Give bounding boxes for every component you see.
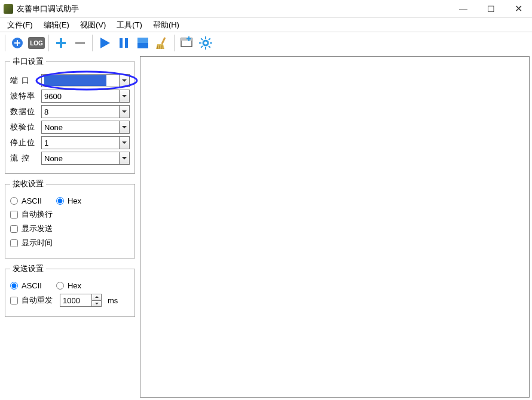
toolbar: LOG — [0, 32, 532, 54]
serial-settings-group: 串口设置 端 口 波特率 9600 数 — [5, 56, 135, 174]
svg-rect-27 — [210, 42, 212, 44]
svg-rect-6 — [56, 42, 66, 44]
showsend-checkbox[interactable] — [10, 225, 18, 233]
send-encoding-row: ASCII Hex — [10, 281, 130, 290]
showsend-row[interactable]: 显示发送 — [10, 223, 130, 234]
toolbar-separator — [174, 35, 175, 51]
flow-combo[interactable]: None — [41, 152, 130, 165]
send-ascii-radio[interactable]: ASCII — [10, 281, 42, 290]
minimize-button[interactable]: — — [450, 0, 477, 18]
spin-down-icon[interactable] — [92, 301, 101, 307]
port-value — [44, 75, 106, 86]
content: 串口设置 端 口 波特率 9600 数 — [0, 54, 532, 400]
log-button[interactable]: LOG — [27, 33, 46, 53]
recv-encoding-row: ASCII Hex — [10, 196, 130, 205]
stopbits-combo[interactable]: 1 — [41, 136, 130, 149]
recv-ascii-radio[interactable]: ASCII — [10, 196, 42, 205]
parity-row: 校验位 None — [10, 121, 130, 134]
autowrap-row[interactable]: 自动换行 — [10, 209, 130, 220]
maximize-button[interactable]: ☐ — [477, 0, 505, 18]
serial-settings-legend: 串口设置 — [10, 56, 46, 67]
menu-file[interactable]: 文件(F) — [2, 19, 38, 32]
menu-tools[interactable]: 工具(T) — [112, 19, 147, 32]
recv-ascii-input[interactable] — [10, 197, 18, 205]
send-settings-group: 发送设置 ASCII Hex 自动重发 1000 — [5, 263, 135, 317]
send-ascii-input[interactable] — [10, 282, 18, 290]
parity-label: 校验位 — [10, 122, 41, 133]
menu-view[interactable]: 视图(V) — [75, 19, 111, 32]
send-hex-input[interactable] — [56, 282, 64, 290]
port-label: 端 口 — [10, 75, 41, 86]
svg-rect-12 — [137, 38, 148, 43]
receive-settings-group: 接收设置 ASCII Hex 自动换行 显示发送 — [5, 179, 135, 259]
showtime-label: 显示时间 — [22, 238, 53, 248]
send-ascii-label: ASCII — [22, 281, 42, 290]
stop-button[interactable] — [133, 33, 152, 53]
svg-rect-2 — [14, 42, 20, 44]
menu-help[interactable]: 帮助(H) — [148, 19, 184, 32]
autowrap-label: 自动换行 — [22, 209, 53, 220]
svg-rect-10 — [125, 38, 128, 48]
svg-rect-31 — [208, 45, 210, 48]
svg-point-23 — [203, 41, 208, 45]
recv-hex-input[interactable] — [56, 197, 64, 205]
svg-rect-25 — [205, 47, 206, 50]
spin-up-icon[interactable] — [92, 294, 101, 301]
showtime-checkbox[interactable] — [10, 239, 18, 247]
window-title: 友善串口调试助手 — [17, 4, 450, 14]
settings-button[interactable] — [196, 33, 215, 53]
autowrap-checkbox[interactable] — [10, 211, 18, 219]
stopbits-value: 1 — [44, 139, 48, 147]
port-combo[interactable] — [41, 74, 130, 87]
app-icon — [4, 4, 13, 14]
recv-ascii-label: ASCII — [22, 196, 42, 205]
new-window-button[interactable] — [177, 33, 196, 53]
flow-row: 流 控 None — [10, 152, 130, 165]
start-button[interactable] — [95, 33, 114, 53]
baud-combo[interactable]: 9600 — [41, 90, 130, 103]
spinner-arrows[interactable] — [91, 294, 101, 306]
toolbar-separator — [48, 35, 49, 51]
add-port-button[interactable] — [8, 33, 27, 53]
parity-value: None — [44, 123, 63, 132]
output-area[interactable] — [140, 56, 530, 398]
clear-button[interactable] — [152, 33, 172, 53]
svg-rect-7 — [75, 42, 85, 44]
interval-spinner[interactable]: 1000 — [60, 294, 102, 307]
toolbar-separator — [92, 35, 93, 51]
databits-label: 数据位 — [10, 106, 41, 117]
chevron-down-icon — [119, 152, 129, 164]
zoom-in-button[interactable] — [51, 33, 71, 53]
svg-rect-22 — [186, 38, 191, 39]
svg-rect-28 — [208, 38, 210, 41]
play-icon — [97, 36, 112, 50]
close-button[interactable]: ✕ — [505, 0, 532, 18]
chevron-down-icon — [119, 106, 129, 118]
zoom-out-button[interactable] — [71, 33, 90, 53]
chevron-down-icon — [119, 121, 129, 133]
receive-settings-legend: 接收设置 — [10, 179, 46, 189]
stopbits-row: 停止位 1 — [10, 136, 130, 149]
interval-value: 1000 — [63, 296, 80, 305]
auto-resend-checkbox[interactable] — [10, 297, 18, 304]
send-hex-label: Hex — [68, 281, 81, 290]
baud-row: 波特率 9600 — [10, 90, 130, 103]
baud-value: 9600 — [44, 92, 62, 101]
broom-icon — [155, 36, 169, 50]
svg-rect-29 — [201, 45, 203, 48]
flow-label: 流 控 — [10, 153, 41, 164]
recv-hex-radio[interactable]: Hex — [56, 196, 81, 205]
window-controls: — ☐ ✕ — [450, 0, 532, 18]
auto-resend-row: 自动重发 1000 ms — [10, 294, 130, 307]
send-hex-radio[interactable]: Hex — [56, 281, 81, 290]
baud-label: 波特率 — [10, 91, 41, 101]
parity-combo[interactable]: None — [41, 121, 130, 134]
titlebar: 友善串口调试助手 — ☐ ✕ — [0, 0, 532, 18]
minus-icon — [73, 36, 87, 50]
showtime-row[interactable]: 显示时间 — [10, 238, 130, 248]
databits-row: 数据位 8 — [10, 105, 130, 118]
menu-edit[interactable]: 编辑(E) — [39, 19, 74, 32]
databits-combo[interactable]: 8 — [41, 105, 130, 118]
pause-button[interactable] — [114, 33, 133, 53]
svg-rect-26 — [199, 42, 201, 44]
